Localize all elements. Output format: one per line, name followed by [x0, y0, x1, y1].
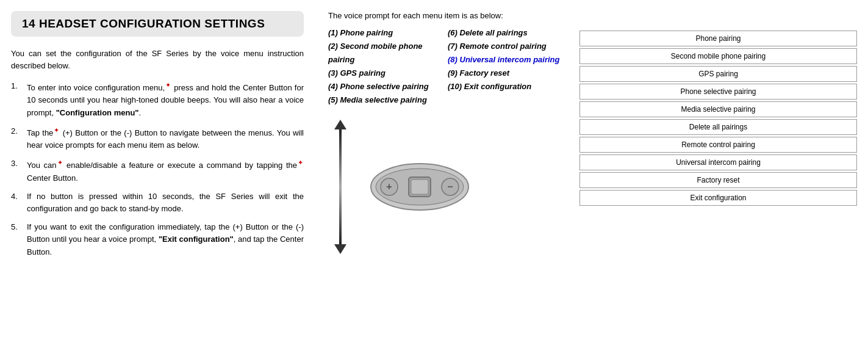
step-num-3: 3. [11, 158, 24, 170]
left-column: 14 HEADSET CONFIGURATION SETTINGS You ca… [0, 0, 317, 356]
step-1: 1. To enter into voice configuration men… [11, 80, 304, 119]
menu-item-2: (2) Second mobile phone pairing [328, 40, 448, 67]
step-text-2: Tap the✦ (+) Button or the (-) Button to… [27, 125, 304, 152]
step-text-1: To enter into voice configuration menu,✦… [27, 80, 304, 119]
section-title: 14 HEADSET CONFIGURATION SETTINGS [22, 17, 293, 31]
step-3: 3. You can✦ enable/disable a feature or … [11, 158, 304, 184]
device-illustration: + − [365, 156, 475, 217]
menu-box-3: Phone selective pairing [579, 84, 857, 100]
menu-box-7: Universal intercom pairing [579, 154, 857, 170]
menu-box-1: Second mobile phone pairing [579, 48, 857, 64]
menu-box-2: GPS pairing [579, 66, 857, 82]
right-column: Phone pairing Second mobile phone pairin… [573, 0, 868, 356]
voice-prompt-header: The voice prompt for each menu item is a… [328, 11, 567, 20]
star-icon-2: ✦ [54, 126, 59, 134]
menu-box-0: Phone pairing [579, 31, 857, 46]
menu-col-2: (6) Delete all pairings (7) Remote contr… [448, 26, 567, 107]
step-num-2: 2. [11, 125, 24, 137]
svg-text:+: + [386, 181, 392, 192]
step-num-4: 4. [11, 191, 24, 203]
menu-box-9: Exit configuration [579, 190, 857, 206]
step-5: 5. If you want to exit the configuration… [11, 221, 304, 258]
menu-item-3: (3) GPS pairing [328, 67, 448, 80]
menu-item-4: (4) Phone selective pairing [328, 80, 448, 93]
section-title-box: 14 HEADSET CONFIGURATION SETTINGS [11, 11, 304, 37]
menu-item-9: (9) Factory reset [448, 67, 567, 80]
steps-list: 1. To enter into voice configuration men… [11, 80, 304, 258]
menu-box-4: Media selective pairing [579, 101, 857, 117]
menu-item-7: (7) Remote control pairing [448, 40, 567, 53]
arrow-up-icon [334, 120, 346, 129]
star-icon-3a: ✦ [57, 159, 63, 166]
menu-item-5: (5) Media selective pairing [328, 93, 448, 107]
arrow-down-icon [334, 244, 346, 254]
svg-rect-3 [411, 180, 428, 194]
menu-item-8: (8) Universal intercom pairing [448, 53, 567, 67]
star-icon-3b: ✦ [298, 159, 303, 166]
step-num-5: 5. [11, 221, 24, 233]
svg-text:−: − [447, 181, 453, 192]
menu-col-1: (1) Phone pairing (2) Second mobile phon… [328, 26, 448, 107]
menu-box-6: Remote control pairing [579, 137, 857, 153]
step-4: 4. If no button is pressed within 10 sec… [11, 191, 304, 215]
menu-item-10: (10) Exit configuration [448, 80, 567, 93]
step-2: 2. Tap the✦ (+) Button or the (-) Button… [11, 125, 304, 152]
step-text-3: You can✦ enable/disable a feature or exe… [27, 158, 304, 184]
step-num-1: 1. [11, 80, 24, 92]
star-icon-1: ✦ [165, 81, 171, 89]
step-text-5: If you want to exit the configuration im… [27, 221, 304, 258]
menu-items-grid: (1) Phone pairing (2) Second mobile phon… [328, 26, 567, 107]
menu-item-1: (1) Phone pairing [328, 26, 448, 40]
step-text-4: If no button is pressed within 10 second… [27, 191, 304, 215]
arrow-indicator [334, 120, 346, 254]
menu-item-6: (6) Delete all pairings [448, 26, 567, 40]
device-area: + − [328, 120, 567, 254]
menu-box-5: Delete all pairings [579, 119, 857, 135]
intro-text: You can set the configuration of the SF … [11, 48, 304, 71]
middle-column: The voice prompt for each menu item is a… [317, 0, 573, 356]
menu-box-8: Factory reset [579, 172, 857, 188]
device-svg: + − [365, 156, 475, 217]
menu-boxes-list: Phone pairing Second mobile phone pairin… [579, 31, 857, 206]
